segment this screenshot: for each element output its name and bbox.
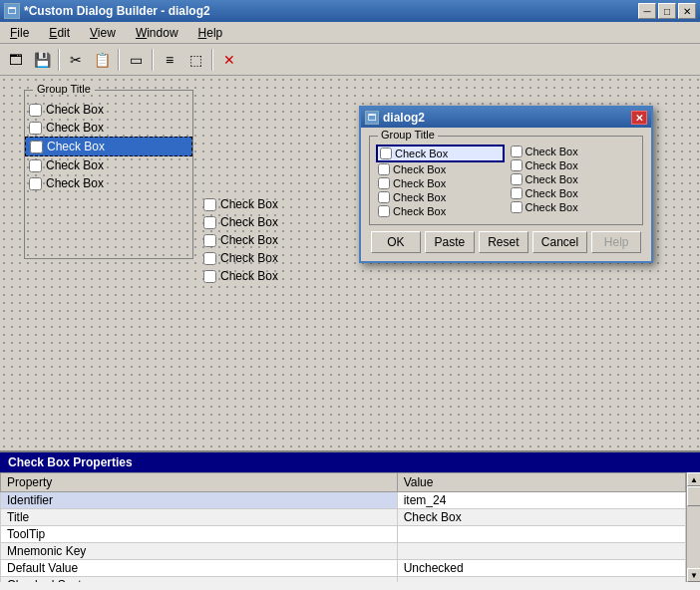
dialog-cb-r1[interactable]: Check Box bbox=[509, 145, 637, 158]
dialog-cb-l3[interactable]: Check Box bbox=[376, 176, 505, 190]
reset-button[interactable]: Reset bbox=[479, 231, 528, 253]
toolbar-new[interactable]: 🗔 bbox=[4, 48, 28, 72]
toolbar-save[interactable]: 💾 bbox=[30, 48, 54, 72]
left-group-box: Group Title Check Box Check Box Check Bo… bbox=[24, 90, 193, 259]
dialog-cb-r5[interactable]: Check Box bbox=[509, 200, 637, 214]
dialog-cb-l5[interactable]: Check Box bbox=[376, 204, 505, 218]
properties-row-5[interactable]: Checked Syntax bbox=[1, 577, 686, 583]
dialog-cb-l3-input[interactable] bbox=[378, 177, 390, 189]
toolbar-rect[interactable]: ▭ bbox=[124, 48, 148, 72]
cb-right-4[interactable]: Check Box bbox=[199, 249, 282, 267]
ok-button[interactable]: OK bbox=[371, 231, 421, 253]
cb-left-1-input[interactable] bbox=[29, 104, 42, 117]
main-canvas-area: Group Title Check Box Check Box Check Bo… bbox=[0, 76, 700, 450]
scroll-down-arrow[interactable]: ▼ bbox=[687, 568, 700, 582]
dialog-cb-l5-input[interactable] bbox=[378, 205, 390, 217]
dialog-cb-r1-input[interactable] bbox=[511, 146, 523, 157]
dialog-cb-l2[interactable]: Check Box bbox=[376, 162, 505, 176]
cb-left-1[interactable]: Check Box bbox=[25, 101, 192, 119]
menu-file[interactable]: File bbox=[4, 24, 35, 42]
toolbar: 🗔 💾 ✂ 📋 ▭ ≡ ⬚ ✕ bbox=[0, 44, 700, 76]
cb-left-1-label: Check Box bbox=[46, 103, 104, 117]
dialog-content: Group Title Check Box Check Box bbox=[361, 128, 651, 261]
dialog-title-bar: 🗔 dialog2 ✕ bbox=[361, 108, 651, 128]
dialog-cb-r3-input[interactable] bbox=[511, 173, 523, 185]
dialog-cb-l1-input[interactable] bbox=[380, 148, 392, 159]
dialog-cb-r4-label: Check Box bbox=[525, 187, 578, 199]
menu-view[interactable]: View bbox=[84, 24, 122, 42]
cb-right-2[interactable]: Check Box bbox=[199, 213, 282, 231]
properties-row-4[interactable]: Default ValueUnchecked bbox=[1, 560, 686, 577]
prop-value-0[interactable]: item_24 bbox=[397, 492, 685, 509]
menu-help[interactable]: Help bbox=[192, 24, 229, 42]
prop-value-4[interactable]: Unchecked bbox=[397, 560, 685, 577]
toolbar-align2[interactable]: ⬚ bbox=[183, 48, 207, 72]
close-button[interactable]: ✕ bbox=[678, 3, 696, 19]
scroll-up-arrow[interactable]: ▲ bbox=[687, 472, 700, 486]
cb-right-5-input[interactable] bbox=[203, 270, 216, 283]
properties-header: Property Value bbox=[1, 473, 686, 492]
properties-scroll-area: Property Value Identifieritem_24TitleChe… bbox=[0, 472, 700, 582]
dialog-close-button[interactable]: ✕ bbox=[631, 111, 647, 125]
dialog-cb-l2-input[interactable] bbox=[378, 163, 390, 175]
properties-scrollbar[interactable]: ▲ ▼ bbox=[686, 472, 700, 582]
dialog-cb-r5-input[interactable] bbox=[511, 201, 523, 213]
paste-button[interactable]: Paste bbox=[425, 231, 475, 253]
cb-right-4-input[interactable] bbox=[203, 252, 216, 265]
dialog-cb-l4-input[interactable] bbox=[378, 191, 390, 203]
cancel-button[interactable]: Cancel bbox=[532, 231, 587, 253]
dialog-cb-r4[interactable]: Check Box bbox=[509, 186, 637, 200]
toolbar-delete[interactable]: ✕ bbox=[217, 48, 241, 72]
cb-left-5[interactable]: Check Box bbox=[25, 174, 192, 192]
left-group-title: Group Title bbox=[33, 83, 95, 95]
prop-value-5[interactable] bbox=[397, 577, 685, 583]
prop-value-1[interactable]: Check Box bbox=[397, 509, 685, 526]
cb-left-2[interactable]: Check Box bbox=[25, 119, 192, 137]
cb-right-5[interactable]: Check Box bbox=[199, 267, 282, 285]
cb-right-1[interactable]: Check Box bbox=[199, 195, 282, 213]
dialog-cb-r4-input[interactable] bbox=[511, 187, 523, 199]
properties-title: Check Box Properties bbox=[0, 452, 700, 472]
toolbar-align1[interactable]: ≡ bbox=[158, 48, 181, 72]
cb-right-2-input[interactable] bbox=[203, 216, 216, 229]
dialog-cb-l3-label: Check Box bbox=[393, 177, 446, 189]
menu-window[interactable]: Window bbox=[130, 24, 184, 42]
cb-right-3-input[interactable] bbox=[203, 234, 216, 247]
dialog-cb-l1[interactable]: Check Box bbox=[376, 145, 505, 162]
prop-value-3[interactable] bbox=[397, 543, 685, 560]
minimize-button[interactable]: ─ bbox=[638, 3, 656, 19]
properties-row-1[interactable]: TitleCheck Box bbox=[1, 509, 686, 526]
title-bar-left: 🗔 *Custom Dialog Builder - dialog2 bbox=[4, 3, 210, 19]
prop-value-2[interactable] bbox=[397, 526, 685, 543]
menu-edit[interactable]: Edit bbox=[43, 24, 76, 42]
prop-name-3: Mnemonic Key bbox=[1, 543, 398, 560]
dialog-cb-r2-input[interactable] bbox=[511, 159, 523, 171]
dialog-cb-r3[interactable]: Check Box bbox=[509, 172, 637, 186]
cb-left-3[interactable]: Check Box bbox=[25, 137, 192, 156]
cb-right-2-label: Check Box bbox=[220, 215, 278, 229]
dialog-columns: Check Box Check Box Check Box bbox=[376, 145, 636, 218]
toolbar-cut[interactable]: ✂ bbox=[64, 48, 88, 72]
cb-left-4-input[interactable] bbox=[29, 159, 42, 172]
properties-row-3[interactable]: Mnemonic Key bbox=[1, 543, 686, 560]
properties-row-0[interactable]: Identifieritem_24 bbox=[1, 492, 686, 509]
canvas[interactable]: Group Title Check Box Check Box Check Bo… bbox=[0, 76, 700, 450]
scroll-thumb[interactable] bbox=[687, 486, 700, 506]
cb-right-1-input[interactable] bbox=[203, 198, 216, 211]
dialog-cb-l2-label: Check Box bbox=[393, 163, 446, 175]
cb-left-4[interactable]: Check Box bbox=[25, 156, 192, 174]
properties-row-2[interactable]: ToolTip bbox=[1, 526, 686, 543]
maximize-button[interactable]: □ bbox=[658, 3, 676, 19]
dialog-cb-r3-label: Check Box bbox=[525, 173, 578, 185]
cb-left-5-input[interactable] bbox=[29, 177, 42, 190]
dialog-cb-l4[interactable]: Check Box bbox=[376, 190, 505, 204]
toolbar-sep4 bbox=[211, 49, 213, 71]
prop-name-2: ToolTip bbox=[1, 526, 398, 543]
help-button[interactable]: Help bbox=[591, 231, 641, 253]
cb-left-3-input[interactable] bbox=[30, 141, 43, 153]
toolbar-copy[interactable]: 📋 bbox=[90, 48, 114, 72]
cb-right-3[interactable]: Check Box bbox=[199, 231, 282, 249]
dialog-cb-r2[interactable]: Check Box bbox=[509, 158, 637, 172]
cb-right-5-label: Check Box bbox=[220, 269, 278, 283]
cb-left-2-input[interactable] bbox=[29, 122, 42, 135]
